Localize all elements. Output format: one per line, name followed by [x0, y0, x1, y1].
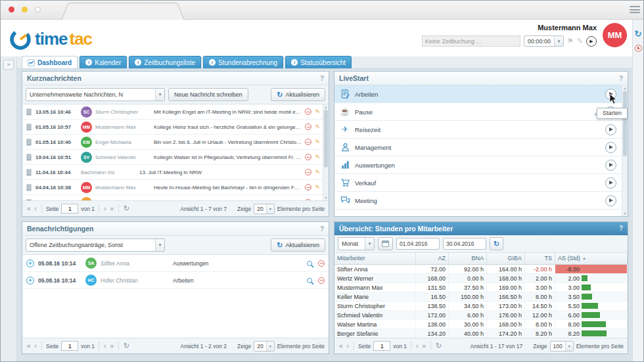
help-icon[interactable]: ? — [619, 225, 623, 232]
scroll-up-icon[interactable]: ▲ — [624, 86, 627, 90]
scroll-thumb[interactable] — [623, 91, 627, 156]
deactivate-icon[interactable] — [305, 139, 311, 145]
new-message-button[interactable]: Neue Nachricht schreiben — [168, 88, 248, 101]
load-button[interactable]: ↻ — [490, 237, 503, 250]
messages-scrollbar[interactable]: ▲ ▼ — [323, 104, 329, 200]
edit-icon[interactable]: ✎ — [315, 185, 320, 191]
prev-page-button[interactable]: ‹ — [346, 343, 350, 350]
play-button[interactable] — [605, 124, 616, 135]
livestart-row[interactable]: Management — [334, 139, 628, 156]
period-select[interactable]: Monat▾ — [338, 237, 375, 250]
table-row[interactable]: Wertz Werner 168.00 0.00 h 168.00 h 2.00… — [334, 274, 628, 283]
current-booking-field[interactable] — [422, 35, 520, 47]
timer-select[interactable]: 00:00:00▾ — [524, 35, 564, 47]
start-timer-button[interactable]: ▶ — [586, 36, 597, 47]
tab-stundenabrechnung[interactable]: i Stundenabrechnung — [203, 56, 283, 68]
deactivate-icon[interactable] — [305, 124, 311, 130]
livestart-row[interactable]: Arbeiten — [334, 85, 628, 103]
page-size-select[interactable]: 20▾ — [254, 204, 274, 214]
window-minimize-button[interactable] — [22, 7, 28, 12]
expand-icon[interactable]: + — [26, 277, 34, 284]
date-to-input[interactable] — [443, 238, 486, 250]
scroll-down-icon[interactable]: ▼ — [624, 212, 627, 215]
play-button[interactable] — [605, 177, 616, 189]
page-input[interactable] — [373, 341, 390, 351]
first-page-button[interactable]: « — [26, 343, 32, 350]
table-row[interactable]: Mustermann Max 131.50 37.50 h 169.00 h 3… — [334, 283, 628, 292]
tab-dashboard[interactable]: Dashboard — [22, 56, 78, 68]
table-row[interactable]: Stifter Anna 72.00 92.00 h 164.00 h -2.0… — [334, 265, 628, 274]
tab-zeitbuchungsliste[interactable]: i Zeitbuchungsliste — [129, 56, 201, 68]
col-az[interactable]: AZ — [416, 253, 449, 264]
refresh-button[interactable]: ↻ Aktualisieren — [271, 238, 325, 252]
refresh-icon[interactable]: ↻ — [635, 30, 642, 38]
help-icon[interactable]: ? — [320, 225, 324, 233]
col-as[interactable]: AS (Std)▲ — [555, 253, 628, 264]
last-page-button[interactable]: » — [109, 343, 114, 350]
tab-kalender[interactable]: i Kalender — [80, 56, 127, 68]
edit-icon[interactable]: ✎ — [315, 109, 320, 115]
message-row[interactable]: 13.05.16 10:46 SC Sturm Christopher Mit … — [22, 104, 329, 120]
refresh-icon[interactable]: ↻ — [435, 342, 442, 350]
reject-icon[interactable] — [318, 277, 325, 284]
message-row[interactable]: 04.04.16 10:38 MM Mustermann Max Heute I… — [22, 180, 329, 195]
first-page-button[interactable]: « — [26, 206, 32, 212]
page-input[interactable] — [61, 341, 78, 351]
edit-icon[interactable]: ✎ — [315, 154, 320, 160]
play-button[interactable] — [605, 142, 616, 153]
table-row[interactable]: Keller Marie 16.50 150.00 h 166.50 h 8.0… — [334, 292, 628, 302]
scroll-thumb[interactable] — [324, 110, 328, 168]
livestart-row[interactable]: Auswertungen — [334, 156, 628, 174]
tab-statusbersicht[interactable]: i Statusübersicht — [285, 56, 352, 68]
scroll-up-icon[interactable]: ▲ — [325, 105, 328, 109]
notification-row[interactable]: + 05.08.16 10:14 SA Stifter Anna Auswert… — [22, 255, 329, 272]
message-row[interactable]: 01.05.16 10:40 EM Engel Michaela Bin von… — [22, 135, 329, 150]
page-size-select[interactable]: 100▾ — [550, 341, 574, 351]
livestart-scrollbar[interactable]: ▲ ▼ — [622, 85, 628, 216]
edit-icon[interactable]: ✎ — [315, 124, 320, 130]
table-row[interactable]: Walser Martina 138.00 30.00 h 168.00 h 8… — [334, 320, 628, 329]
play-button[interactable] — [605, 160, 616, 171]
view-icon[interactable] — [307, 261, 312, 266]
view-icon[interactable] — [307, 278, 312, 283]
help-icon[interactable]: ? — [619, 75, 623, 82]
next-page-button[interactable]: › — [103, 343, 106, 350]
edit-icon[interactable]: ✎ — [315, 170, 320, 175]
deactivate-icon[interactable] — [305, 154, 311, 160]
last-page-button[interactable]: » — [109, 206, 114, 212]
table-row[interactable]: Schmied Valentin 172.00 6.00 h 178.00 h … — [334, 311, 628, 320]
livestart-row[interactable]: Meeting — [334, 192, 628, 210]
message-row[interactable]: 11.04.16 10:44 Bachmann Iris 13. Juli IT… — [22, 165, 329, 180]
deactivate-icon[interactable] — [305, 169, 311, 175]
reject-icon[interactable] — [318, 260, 325, 267]
date-from-input[interactable] — [396, 238, 440, 250]
first-page-button[interactable]: « — [338, 343, 344, 350]
flag-icon[interactable]: ⚑ — [567, 37, 574, 45]
col-bna[interactable]: BNA — [449, 253, 487, 264]
expand-icon[interactable]: + — [26, 260, 34, 267]
user-avatar[interactable]: MM — [603, 23, 627, 47]
livestart-row[interactable]: ✈ Reisezeit — [334, 121, 628, 139]
message-row[interactable]: 01.05.16 10:57 MM Mustermann Max Kollege… — [22, 120, 329, 135]
col-ts[interactable]: TS — [525, 253, 555, 264]
next-page-button[interactable]: › — [415, 343, 419, 350]
deactivate-icon[interactable] — [305, 108, 311, 115]
refresh-icon[interactable]: ↻ — [123, 205, 130, 212]
menu-icon[interactable] — [630, 6, 640, 13]
edit-icon[interactable]: ✎ — [315, 139, 320, 145]
edit-icon[interactable]: ✎ — [315, 200, 320, 201]
prev-page-button[interactable]: ‹ — [34, 343, 37, 350]
page-size-select[interactable]: 20▾ — [254, 341, 274, 351]
window-zoom-button[interactable] — [35, 7, 41, 12]
col-mitarbeiter[interactable]: Mitarbeiter — [334, 253, 416, 264]
page-input[interactable] — [61, 204, 78, 214]
note-icon[interactable]: ✎ — [577, 37, 583, 45]
help-icon[interactable]: ? — [320, 75, 324, 82]
message-row[interactable]: 19.04.16 10:51 SV Schmied Valentin Kolle… — [22, 150, 329, 165]
table-row[interactable]: Sturm Christopher 138.50 34.50 h 173.00 … — [334, 302, 628, 311]
message-filter-select[interactable]: Unternehmensweite Nachrichten, N▾ — [26, 88, 165, 101]
calendar-button[interactable] — [378, 237, 393, 250]
notification-row[interactable]: + 05.08.16 10:14 HC Hofer Christian Arbe… — [22, 272, 329, 289]
livestart-row[interactable]: ☕ Pause — [334, 103, 628, 121]
clock-icon[interactable] — [635, 45, 642, 52]
